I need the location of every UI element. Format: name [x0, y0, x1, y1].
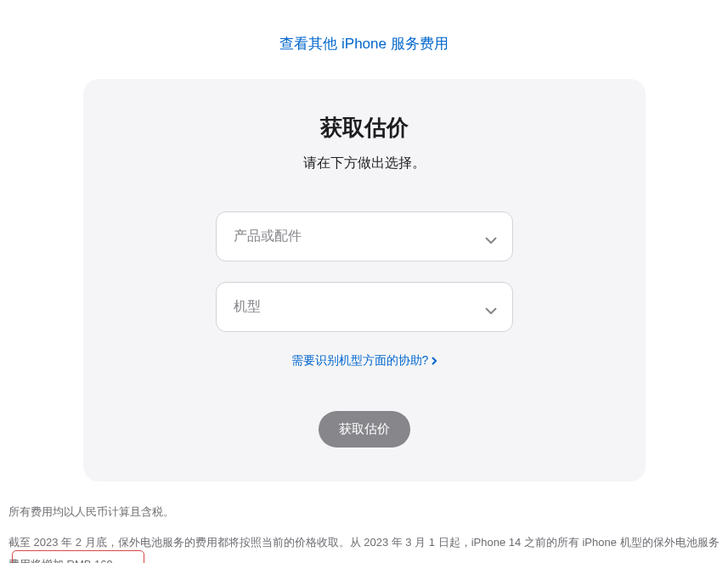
estimate-card: 获取估价 请在下方做出选择。 产品或配件 机型 需要识别机型方面的协助? 获取估… [83, 79, 646, 481]
footer-price-note: 截至 2023 年 2 月底，保外电池服务的费用都将按照当前的价格收取。从 20… [0, 532, 728, 563]
other-services-link[interactable]: 查看其他 iPhone 服务费用 [279, 36, 448, 52]
product-dropdown[interactable]: 产品或配件 [216, 211, 513, 262]
product-dropdown-placeholder: 产品或配件 [234, 228, 302, 245]
card-subtitle: 请在下方做出选择。 [100, 155, 629, 172]
chevron-down-icon [485, 232, 495, 242]
card-title: 获取估价 [100, 113, 629, 143]
identify-model-help-link[interactable]: 需要识别机型方面的协助? [291, 353, 437, 369]
model-dropdown-placeholder: 机型 [234, 298, 261, 316]
footer-tax-note: 所有费用均以人民币计算且含税。 [0, 502, 728, 521]
chevron-right-icon [432, 357, 437, 365]
chevron-down-icon [485, 302, 495, 312]
get-estimate-button[interactable]: 获取估价 [319, 411, 410, 448]
help-link-label: 需要识别机型方面的协助? [291, 353, 429, 369]
model-dropdown[interactable]: 机型 [216, 282, 513, 332]
